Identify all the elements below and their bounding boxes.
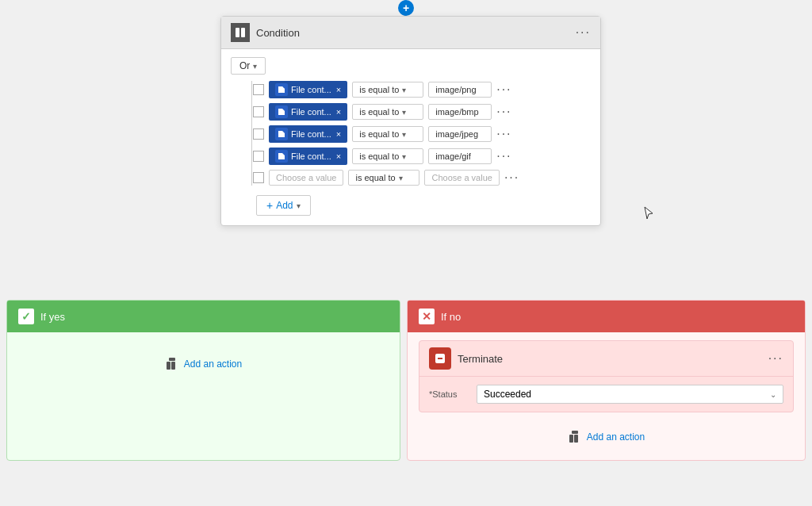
svg-rect-0 [236, 28, 239, 37]
file-cont-close-2[interactable]: × [336, 107, 341, 117]
operator-select-2[interactable]: is equal to ▾ [352, 104, 423, 120]
if-no-panel: ✕ If no Terminate ··· [407, 300, 806, 461]
if-no-header: ✕ If no [408, 301, 805, 332]
file-cont-tag-3[interactable]: File cont... × [269, 125, 347, 143]
status-select[interactable]: Succeeded ⌄ [477, 385, 783, 404]
row-dots-3[interactable]: ··· [496, 127, 511, 141]
condition-header-left: Condition [231, 23, 300, 42]
operator-chevron-3: ▾ [402, 130, 406, 139]
if-no-body: Terminate ··· *Status Succeeded ⌄ [408, 332, 805, 460]
value-input-3: image/jpeg [428, 126, 492, 142]
choose-operator-select[interactable]: is equal to ▾ [348, 170, 419, 186]
value-input-2: image/bmp [428, 104, 492, 120]
terminate-header-left: Terminate [429, 347, 503, 370]
status-row: *Status Succeeded ⌄ [429, 385, 783, 404]
operator-select-3[interactable]: is equal to ▾ [352, 126, 423, 142]
file-cont-close-4[interactable]: × [336, 151, 341, 161]
row-checkbox-2[interactable] [253, 106, 264, 117]
terminate-card: Terminate ··· *Status Succeeded ⌄ [419, 340, 794, 412]
svg-rect-7 [569, 435, 573, 443]
file-cont-close-3[interactable]: × [336, 129, 341, 139]
cursor [644, 206, 653, 220]
or-chevron-icon: ▾ [253, 62, 257, 71]
row-dots-2[interactable]: ··· [496, 105, 511, 119]
if-no-add-action-icon [568, 430, 582, 444]
table-row: File cont... × is equal to ▾ image/gif ·… [247, 148, 591, 165]
add-plus-icon: + [266, 199, 273, 212]
svg-rect-8 [574, 435, 578, 443]
table-row: File cont... × is equal to ▾ image/bmp ·… [247, 103, 591, 121]
table-row: File cont... × is equal to ▾ image/png ·… [247, 81, 591, 98]
terminate-dots-menu[interactable]: ··· [768, 351, 783, 366]
status-label: *Status [429, 389, 469, 399]
table-row: File cont... × is equal to ▾ image/jpeg … [247, 125, 591, 143]
value-input-1: image/png [428, 82, 492, 98]
choose-right-input[interactable]: Choose a value [424, 170, 499, 186]
condition-header: Condition ··· [221, 17, 600, 49]
condition-title: Condition [256, 27, 300, 39]
svg-rect-1 [241, 28, 245, 37]
condition-dots-menu[interactable]: ··· [576, 25, 591, 40]
svg-rect-2 [167, 362, 170, 370]
choose-operator-chevron: ▾ [399, 174, 403, 182]
operator-select-4[interactable]: is equal to ▾ [352, 148, 423, 164]
condition-card: Condition ··· Or ▾ File c [220, 16, 601, 226]
bottom-panels: ✓ If yes Add an action ✕ If no [0, 300, 812, 461]
if-yes-check-icon: ✓ [18, 309, 34, 324]
file-cont-icon-2 [275, 105, 288, 118]
operator-chevron-2: ▾ [402, 108, 406, 117]
or-button[interactable]: Or ▾ [231, 57, 266, 75]
if-yes-body: Add an action [7, 332, 400, 396]
row-dots-4[interactable]: ··· [496, 149, 511, 163]
value-input-4: image/gif [428, 148, 492, 164]
add-button[interactable]: + Add ▾ [256, 195, 311, 216]
choose-left-input[interactable]: Choose a value [269, 170, 343, 186]
file-cont-tag-4[interactable]: File cont... × [269, 148, 347, 165]
row-checkbox-3[interactable] [253, 128, 264, 140]
operator-chevron-1: ▾ [402, 86, 406, 94]
terminate-header: Terminate ··· [419, 341, 793, 377]
choose-row-dots[interactable]: ··· [504, 171, 519, 185]
add-action-icon [165, 357, 179, 371]
if-yes-header: ✓ If yes [7, 301, 400, 332]
choose-checkbox[interactable] [253, 172, 264, 183]
row-checkbox-1[interactable] [253, 84, 264, 95]
if-yes-add-action-button[interactable]: Add an action [165, 357, 242, 371]
file-cont-tag-1[interactable]: File cont... × [269, 81, 347, 98]
row-dots-1[interactable]: ··· [496, 82, 511, 97]
file-cont-close-1[interactable]: × [336, 85, 341, 94]
if-no-add-action-button[interactable]: Add an action [419, 422, 794, 452]
operator-select-1[interactable]: is equal to ▾ [352, 82, 423, 98]
condition-icon [231, 23, 250, 42]
terminate-title: Terminate [458, 353, 503, 365]
file-cont-icon-3 [275, 128, 288, 140]
condition-rows: File cont... × is equal to ▾ image/png ·… [231, 81, 591, 186]
file-cont-label-3: File cont... [291, 129, 331, 139]
operator-chevron-4: ▾ [402, 152, 406, 161]
file-cont-tag-2[interactable]: File cont... × [269, 103, 347, 121]
status-chevron-icon: ⌄ [770, 390, 776, 399]
terminate-icon [429, 347, 451, 370]
file-cont-icon-1 [275, 83, 288, 96]
top-connector: + [398, 0, 414, 16]
if-yes-panel: ✓ If yes Add an action [6, 300, 400, 461]
choose-row: Choose a value is equal to ▾ Choose a va… [247, 170, 591, 186]
file-cont-label-2: File cont... [291, 107, 331, 117]
svg-rect-9 [572, 431, 578, 434]
svg-rect-3 [171, 362, 175, 370]
top-connector-circle[interactable]: + [398, 0, 414, 16]
if-yes-title: If yes [40, 311, 65, 323]
file-cont-icon-4 [275, 150, 288, 163]
file-cont-label-1: File cont... [291, 85, 331, 94]
condition-body: Or ▾ File cont... × [221, 49, 600, 225]
terminate-body: *Status Succeeded ⌄ [419, 377, 793, 412]
svg-rect-4 [169, 358, 175, 361]
if-no-title: If no [441, 311, 461, 323]
file-cont-label-4: File cont... [291, 151, 331, 161]
row-checkbox-4[interactable] [253, 151, 264, 162]
if-no-x-icon: ✕ [419, 309, 435, 324]
add-chevron-icon: ▾ [297, 201, 301, 210]
